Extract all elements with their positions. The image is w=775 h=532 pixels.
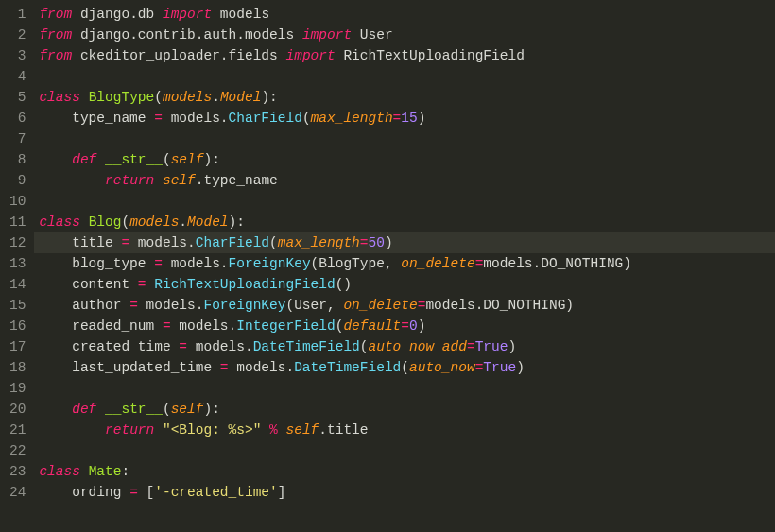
- token-pln: DO_NOTHING: [541, 256, 623, 271]
- code-line[interactable]: from django.db import models: [39, 4, 631, 25]
- code-line-content: readed_num = models.IntegerField(default…: [39, 318, 425, 334]
- token-kw: class: [39, 215, 80, 230]
- code-line-content: ording = ['-created_time']: [39, 485, 285, 500]
- code-line[interactable]: [39, 129, 631, 149]
- token-kw: import: [302, 27, 352, 43]
- token-kw: from: [39, 27, 72, 43]
- line-number: 10: [9, 191, 26, 212]
- token-pln: content: [39, 277, 137, 292]
- token-pln: ): [565, 298, 574, 313]
- token-num: 0: [409, 318, 418, 334]
- token-pln: last_updated_time: [39, 360, 219, 375]
- token-arg: self: [171, 152, 204, 167]
- line-number: 12: [9, 232, 26, 253]
- token-kw: class: [39, 90, 80, 105]
- token-pln: title: [39, 235, 121, 250]
- token-kw: import: [163, 7, 212, 22]
- token-pln: created_time: [39, 339, 179, 354]
- code-line[interactable]: from ckeditor_uploader.fields import Ric…: [39, 45, 631, 66]
- token-pln: .: [129, 7, 138, 22]
- code-line[interactable]: def __str__(self):: [39, 399, 631, 420]
- token-pln: ): [418, 318, 426, 334]
- line-number: 2: [9, 25, 26, 45]
- line-number: 8: [9, 149, 26, 170]
- token-arg: auto_now: [409, 360, 475, 375]
- token-op: =: [129, 485, 138, 500]
- token-pln: .: [187, 235, 196, 250]
- token-pln: models: [187, 339, 245, 354]
- token-fn: CharField: [196, 235, 269, 250]
- code-line[interactable]: class Mate:: [39, 461, 631, 482]
- token-op: =: [129, 298, 138, 313]
- token-fn: ForeignKey: [203, 298, 285, 313]
- token-pln: type_name: [39, 111, 154, 126]
- token-pln: ): [385, 235, 393, 250]
- token-pln: (BlogType: [311, 256, 385, 271]
- token-pln: [80, 215, 89, 230]
- code-line[interactable]: class BlogType(models.Model):: [39, 87, 631, 108]
- code-line-content: return "<Blog: %s>" % self.title: [39, 422, 368, 438]
- line-number: 9: [9, 170, 26, 191]
- token-kw: return: [105, 422, 154, 438]
- code-line[interactable]: author = models.ForeignKey(User, on_dele…: [39, 295, 631, 316]
- code-line[interactable]: [39, 66, 631, 87]
- token-op: =: [401, 318, 409, 334]
- token-pln: readed_num: [39, 318, 163, 334]
- code-editor[interactable]: 123456789101112131415161718192021222324 …: [0, 0, 775, 532]
- line-number: 21: [9, 420, 26, 440]
- token-arg: self: [285, 422, 319, 438]
- code-line[interactable]: return self.type_name: [39, 170, 631, 191]
- code-line[interactable]: readed_num = models.IntegerField(default…: [39, 316, 631, 336]
- token-op: %: [269, 422, 278, 438]
- line-number: 17: [9, 336, 26, 357]
- token-str: '-created_time': [154, 485, 278, 500]
- code-line[interactable]: title = models.CharField(max_length=50): [39, 232, 631, 253]
- token-pln: models: [483, 256, 532, 271]
- code-line[interactable]: from django.contrib.auth.models import U…: [39, 25, 631, 45]
- code-line-content: def __str__(self):: [39, 402, 219, 417]
- line-number: 14: [9, 274, 26, 295]
- token-pln: (: [302, 111, 311, 126]
- token-pln: [154, 173, 163, 188]
- token-arg: models: [163, 90, 212, 105]
- token-pln: [39, 402, 72, 417]
- code-line[interactable]: [39, 378, 631, 399]
- token-pln: [39, 422, 105, 438]
- token-pln: models: [138, 298, 196, 313]
- token-cls: __str__: [105, 402, 163, 417]
- token-op: =: [154, 256, 163, 271]
- code-line[interactable]: [39, 440, 631, 461]
- token-pln: models: [245, 27, 302, 43]
- token-arg: Model: [187, 215, 229, 230]
- token-pln: (: [269, 235, 278, 250]
- code-line[interactable]: type_name = models.CharField(max_length=…: [39, 108, 631, 129]
- code-line[interactable]: created_time = models.DateTimeField(auto…: [39, 336, 631, 357]
- token-kw: import: [285, 48, 335, 63]
- token-pln: models: [129, 235, 187, 250]
- code-line-content: author = models.ForeignKey(User, on_dele…: [39, 298, 574, 313]
- code-line[interactable]: class Blog(models.Model):: [39, 212, 631, 232]
- code-line[interactable]: content = RichTextUploadingField(): [39, 274, 631, 295]
- token-pln: (: [401, 360, 409, 375]
- line-number: 20: [9, 399, 26, 420]
- token-kw: return: [105, 173, 154, 188]
- code-line[interactable]: blog_type = models.ForeignKey(BlogType, …: [39, 253, 631, 274]
- token-pln: db: [138, 7, 163, 22]
- token-arg: self: [163, 173, 196, 188]
- token-pln: contrib: [138, 27, 196, 43]
- token-pln: models: [212, 7, 269, 22]
- token-pln: [154, 422, 163, 438]
- code-line[interactable]: [39, 191, 631, 212]
- code-line[interactable]: last_updated_time = models.DateTimeField…: [39, 357, 631, 378]
- token-arg: max_length: [278, 235, 360, 250]
- token-fn: IntegerField: [236, 318, 335, 334]
- token-pln: .: [129, 27, 138, 43]
- token-op: =: [154, 111, 163, 126]
- code-line-content: class BlogType(models.Model):: [39, 90, 277, 105]
- token-pln: ):: [229, 215, 245, 230]
- code-line[interactable]: ording = ['-created_time']: [39, 482, 631, 503]
- code-line[interactable]: return "<Blog: %s>" % self.title: [39, 420, 631, 440]
- line-number: 5: [9, 87, 26, 108]
- code-area[interactable]: from django.db import modelsfrom django.…: [39, 0, 631, 532]
- code-line[interactable]: def __str__(self):: [39, 149, 631, 170]
